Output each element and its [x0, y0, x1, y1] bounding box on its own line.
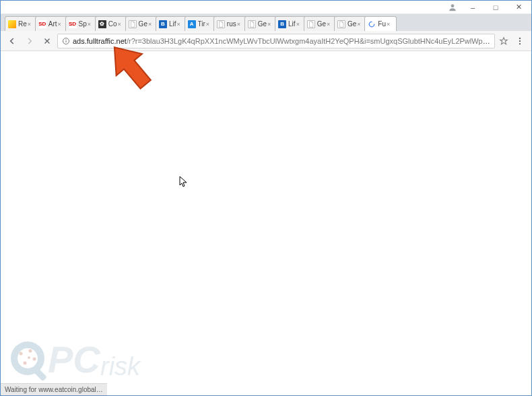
bookmark-star-icon[interactable] — [498, 36, 510, 46]
svg-point-10 — [29, 350, 32, 353]
tab-close-icon[interactable]: × — [237, 21, 244, 28]
status-bar: Waiting for www.eatcoin.global… — [1, 383, 107, 395]
tab-label: Lif — [169, 20, 176, 28]
tab-favicon-icon: B — [159, 20, 167, 28]
tab-favicon-icon: SD — [69, 20, 77, 28]
svg-point-12 — [24, 362, 27, 365]
svg-text:risk: risk — [100, 352, 141, 381]
tab-label: Tir — [198, 20, 205, 28]
tab-favicon-icon — [307, 20, 315, 28]
tab-close-icon[interactable]: × — [206, 21, 213, 28]
profile-avatar[interactable] — [444, 1, 461, 14]
window-close-button[interactable]: ✕ — [507, 1, 530, 14]
forward-button[interactable] — [22, 34, 37, 48]
svg-rect-2 — [66, 40, 67, 42]
svg-point-11 — [33, 358, 36, 361]
svg-point-13 — [28, 356, 30, 359]
tab-close-icon[interactable]: × — [327, 21, 333, 28]
tab-close-icon[interactable]: × — [148, 21, 155, 28]
back-button[interactable] — [5, 34, 20, 48]
window-minimize-button[interactable]: – — [461, 1, 484, 14]
tab-close-icon[interactable]: × — [28, 21, 34, 28]
tab-label: Ge — [347, 20, 356, 28]
pcrisk-watermark: PC risk — [7, 327, 182, 387]
svg-point-6 — [519, 42, 521, 44]
browser-tab[interactable]: ✿Co× — [95, 16, 128, 31]
tab-label: Sp — [79, 20, 87, 28]
tab-label: Ge — [317, 20, 326, 28]
tab-favicon-icon: ✿ — [98, 20, 106, 28]
browser-tab[interactable]: SDSp× — [65, 16, 98, 31]
browser-window: – □ ✕ Re×SDArt×SDSp×✿Co×Ge×BLif×ATir×rus… — [0, 0, 532, 396]
svg-text:PC: PC — [48, 338, 101, 381]
tab-close-icon[interactable]: × — [357, 21, 364, 28]
window-maximize-button[interactable]: □ — [484, 1, 507, 14]
browser-toolbar: ads.fulltraffic.net/r?r=3blau3H3LgK4qRpX… — [1, 31, 531, 51]
browser-tab[interactable]: ATir× — [185, 16, 216, 31]
browser-tab[interactable]: rus× — [213, 16, 247, 31]
tab-label: Ge — [258, 20, 267, 28]
tab-label: Fu — [378, 20, 386, 28]
tab-label: Re — [18, 20, 27, 28]
mouse-cursor-icon — [179, 176, 189, 189]
tab-close-icon[interactable]: × — [88, 21, 94, 28]
tab-close-icon[interactable]: × — [387, 21, 393, 28]
tab-favicon-icon: SD — [38, 20, 46, 28]
browser-menu-button[interactable] — [512, 34, 527, 48]
stop-button[interactable] — [40, 34, 55, 48]
browser-tab[interactable]: Fu× — [364, 16, 397, 31]
site-info-icon[interactable] — [62, 37, 70, 45]
tab-favicon-icon — [217, 20, 225, 28]
tab-favicon-icon — [368, 20, 376, 28]
browser-tab[interactable]: SDArt× — [35, 16, 68, 31]
window-titlebar: – □ ✕ — [1, 1, 531, 14]
tab-favicon-icon — [337, 20, 345, 28]
tab-label: rus — [227, 20, 236, 28]
status-text: Waiting for www.eatcoin.global… — [5, 386, 103, 393]
tab-close-icon[interactable]: × — [58, 21, 65, 28]
tab-close-icon[interactable]: × — [177, 21, 184, 28]
address-bar[interactable]: ads.fulltraffic.net/r?r=3blau3H3LgK4qRpX… — [57, 34, 495, 48]
svg-point-9 — [20, 352, 23, 356]
tab-favicon-icon — [248, 20, 256, 28]
browser-tab[interactable]: BLif× — [156, 16, 187, 31]
tab-close-icon[interactable]: × — [267, 21, 274, 28]
tab-close-icon[interactable]: × — [118, 21, 125, 28]
url-text: ads.fulltraffic.net/r?r=3blau3H3LgK4qRpX… — [73, 37, 490, 45]
svg-point-5 — [519, 40, 521, 41]
tab-label: Ge — [139, 20, 147, 28]
browser-tab[interactable]: Ge× — [244, 16, 277, 31]
svg-rect-3 — [66, 39, 67, 40]
page-content: PC risk — [1, 51, 531, 395]
tab-favicon-icon — [8, 20, 16, 28]
tab-favicon-icon: B — [278, 20, 286, 28]
browser-tab[interactable]: BLif× — [275, 16, 306, 31]
svg-point-0 — [451, 4, 455, 7]
tab-label: Lif — [288, 20, 296, 28]
browser-tab[interactable]: Ge× — [334, 16, 367, 31]
browser-tab[interactable]: Ge× — [304, 16, 337, 31]
tab-favicon-icon: A — [188, 20, 196, 28]
browser-tab[interactable]: Ge× — [125, 16, 158, 31]
tab-favicon-icon — [129, 20, 137, 28]
tab-close-icon[interactable]: × — [296, 21, 303, 28]
tab-label: Art — [48, 20, 57, 28]
tab-label: Co — [108, 20, 117, 28]
browser-tab[interactable]: Re× — [5, 16, 38, 31]
svg-point-4 — [519, 37, 521, 38]
tab-strip: Re×SDArt×SDSp×✿Co×Ge×BLif×ATir×rus×Ge×BL… — [1, 14, 531, 31]
